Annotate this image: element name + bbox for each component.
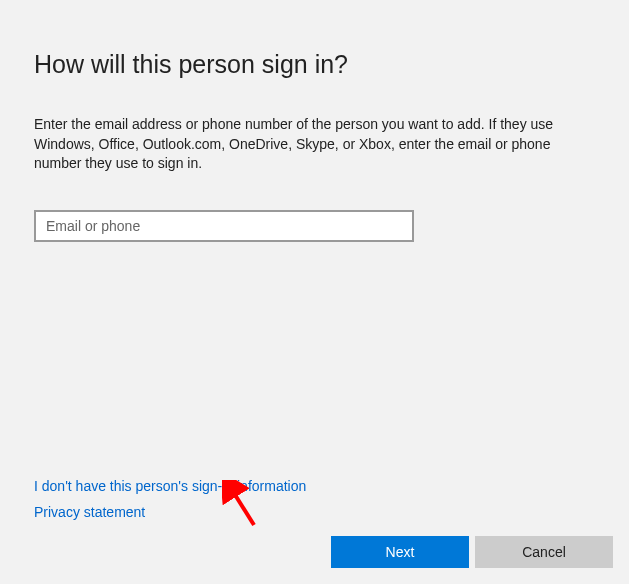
- next-button[interactable]: Next: [331, 536, 469, 568]
- page-title: How will this person sign in?: [34, 50, 595, 79]
- instruction-text: Enter the email address or phone number …: [34, 115, 594, 174]
- input-wrapper: [34, 210, 595, 242]
- footer-buttons: Next Cancel: [331, 536, 613, 568]
- cancel-button[interactable]: Cancel: [475, 536, 613, 568]
- privacy-statement-link[interactable]: Privacy statement: [34, 504, 145, 520]
- no-signin-info-link[interactable]: I don't have this person's sign-in infor…: [34, 478, 306, 494]
- email-phone-input[interactable]: [34, 210, 414, 242]
- links-section: I don't have this person's sign-in infor…: [34, 478, 306, 520]
- dialog-content: How will this person sign in? Enter the …: [0, 0, 629, 242]
